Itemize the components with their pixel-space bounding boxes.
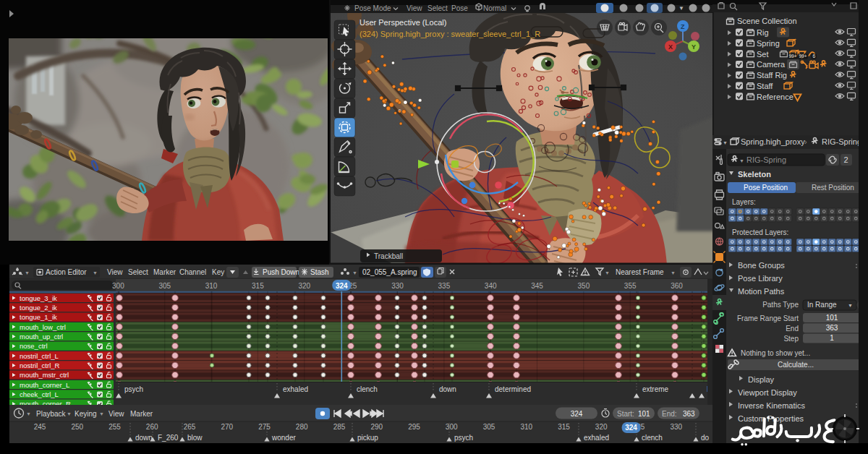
svg-text:Action Editor: Action Editor bbox=[46, 268, 87, 276]
svg-text:315: 315 bbox=[558, 423, 570, 431]
svg-text:330: 330 bbox=[391, 282, 404, 290]
svg-text:1: 1 bbox=[830, 334, 834, 342]
svg-text:(324) Spring.high_proxy : swea: (324) Spring.high_proxy : sweater_sleeve… bbox=[359, 30, 540, 38]
svg-text:101: 101 bbox=[826, 314, 838, 322]
svg-text:exhaled: exhaled bbox=[584, 434, 609, 442]
svg-text:Marker: Marker bbox=[130, 410, 153, 418]
svg-text:320: 320 bbox=[595, 423, 608, 431]
svg-text:320: 320 bbox=[298, 282, 310, 290]
svg-text:psych: psych bbox=[124, 385, 143, 393]
svg-text:324: 324 bbox=[571, 410, 583, 418]
svg-text:tongue_3_ik: tongue_3_ik bbox=[20, 294, 57, 302]
svg-text:blow: blow bbox=[187, 434, 203, 442]
svg-text:psych: psych bbox=[454, 434, 473, 442]
svg-text:mouth_mstr_ctrl: mouth_mstr_ctrl bbox=[20, 371, 69, 379]
svg-text:▼: ▼ bbox=[25, 270, 30, 275]
svg-text:324: 324 bbox=[625, 424, 637, 432]
svg-text:do: do bbox=[701, 434, 710, 442]
svg-text:▼: ▼ bbox=[671, 270, 676, 275]
svg-text:End: End bbox=[786, 325, 799, 333]
svg-text:mouth_corner_R: mouth_corner_R bbox=[20, 400, 71, 405]
svg-text:cheek_ctrl_L: cheek_ctrl_L bbox=[20, 390, 59, 398]
svg-text:Set: Set bbox=[757, 50, 769, 59]
svg-text:▼: ▼ bbox=[26, 411, 31, 416]
svg-text:RIG-Spring: RIG-Spring bbox=[746, 155, 786, 164]
svg-text:280: 280 bbox=[296, 423, 308, 431]
svg-text:clench: clench bbox=[357, 385, 378, 393]
svg-text:340: 340 bbox=[485, 282, 497, 290]
svg-text:300: 300 bbox=[112, 282, 124, 290]
svg-text:Calculate...: Calculate... bbox=[778, 361, 814, 369]
svg-text:285: 285 bbox=[333, 423, 346, 431]
svg-text:295: 295 bbox=[408, 423, 420, 431]
svg-text:Playback: Playback bbox=[36, 410, 67, 418]
svg-text:355: 355 bbox=[624, 282, 637, 290]
svg-text:Key: Key bbox=[212, 268, 224, 276]
svg-text:Normal: Normal bbox=[483, 4, 506, 12]
svg-text:02_055_A.spring: 02_055_A.spring bbox=[362, 268, 417, 276]
svg-text:Viewport Display: Viewport Display bbox=[738, 388, 797, 397]
svg-text:Trackball: Trackball bbox=[374, 252, 403, 260]
svg-text:Y: Y bbox=[692, 43, 696, 51]
svg-text:Spring.high_proxy: Spring.high_proxy bbox=[741, 137, 805, 146]
svg-text:360: 360 bbox=[671, 282, 683, 290]
svg-text:F_260: F_260 bbox=[158, 434, 179, 442]
svg-text:Protected Layers:: Protected Layers: bbox=[732, 228, 788, 236]
svg-text:2: 2 bbox=[806, 64, 808, 69]
svg-text:X: X bbox=[668, 43, 673, 51]
svg-text:Bone Groups: Bone Groups bbox=[738, 261, 785, 270]
svg-text:determined: determined bbox=[495, 385, 531, 393]
svg-text:310: 310 bbox=[205, 282, 218, 290]
svg-text:Pose Library: Pose Library bbox=[738, 274, 783, 283]
svg-text:extreme: extreme bbox=[642, 385, 669, 393]
svg-text:nostril_ctrl_L: nostril_ctrl_L bbox=[20, 352, 59, 360]
svg-text:Layers:: Layers: bbox=[732, 198, 756, 206]
svg-text:Nothing to show yet...: Nothing to show yet... bbox=[741, 349, 810, 357]
svg-text:335: 335 bbox=[438, 282, 451, 290]
svg-text:Skeleton: Skeleton bbox=[738, 170, 771, 179]
svg-text:down: down bbox=[135, 434, 153, 442]
svg-text:305: 305 bbox=[158, 282, 171, 290]
svg-text:101: 101 bbox=[638, 410, 650, 418]
svg-text:▼: ▼ bbox=[739, 158, 744, 163]
svg-text:315: 315 bbox=[252, 282, 264, 290]
svg-text:▼: ▼ bbox=[848, 303, 853, 308]
svg-text:Push Down: Push Down bbox=[263, 268, 299, 276]
svg-text:▼: ▼ bbox=[352, 270, 357, 275]
svg-text:▼: ▼ bbox=[99, 411, 104, 416]
svg-text:View: View bbox=[109, 410, 124, 418]
svg-text:Rest Position: Rest Position bbox=[812, 184, 854, 192]
svg-text:wonder: wonder bbox=[271, 434, 296, 442]
svg-text:363: 363 bbox=[826, 324, 838, 332]
svg-text:mouth_up_ctrl: mouth_up_ctrl bbox=[20, 333, 63, 340]
svg-text:305: 305 bbox=[483, 423, 495, 431]
svg-text:300: 300 bbox=[446, 423, 458, 431]
svg-text:2: 2 bbox=[844, 155, 848, 164]
svg-text:265: 265 bbox=[184, 423, 196, 431]
svg-text:Pose: Pose bbox=[451, 4, 468, 12]
svg-text:tongue_1_ik: tongue_1_ik bbox=[20, 313, 57, 321]
svg-text:270: 270 bbox=[221, 423, 233, 431]
svg-text:Spring: Spring bbox=[757, 39, 780, 48]
svg-text:nose_ctrl: nose_ctrl bbox=[20, 342, 48, 350]
svg-text:250: 250 bbox=[71, 423, 83, 431]
svg-text:mouth_low_ctrl: mouth_low_ctrl bbox=[20, 323, 66, 331]
svg-text:6: 6 bbox=[813, 53, 816, 59]
svg-text:pickup: pickup bbox=[357, 434, 378, 442]
svg-text:Display: Display bbox=[748, 375, 775, 384]
svg-text:330: 330 bbox=[670, 423, 682, 431]
svg-text:310: 310 bbox=[520, 423, 532, 431]
svg-text:Marker: Marker bbox=[153, 268, 176, 276]
svg-text:350: 350 bbox=[578, 282, 590, 290]
svg-text:Staff: Staff bbox=[757, 82, 773, 90]
svg-text:245: 245 bbox=[34, 423, 46, 431]
svg-text:Start:: Start: bbox=[617, 410, 634, 418]
svg-text:Pose Mode: Pose Mode bbox=[354, 4, 391, 12]
svg-text:▼: ▼ bbox=[67, 411, 72, 416]
svg-text:Motion Paths: Motion Paths bbox=[738, 287, 785, 296]
svg-text:Nearest Frame: Nearest Frame bbox=[616, 268, 664, 276]
svg-text:Camera: Camera bbox=[757, 60, 786, 69]
svg-text:Rig: Rig bbox=[757, 28, 769, 37]
svg-text:363: 363 bbox=[683, 410, 695, 418]
svg-text:Paths Type: Paths Type bbox=[762, 301, 799, 309]
